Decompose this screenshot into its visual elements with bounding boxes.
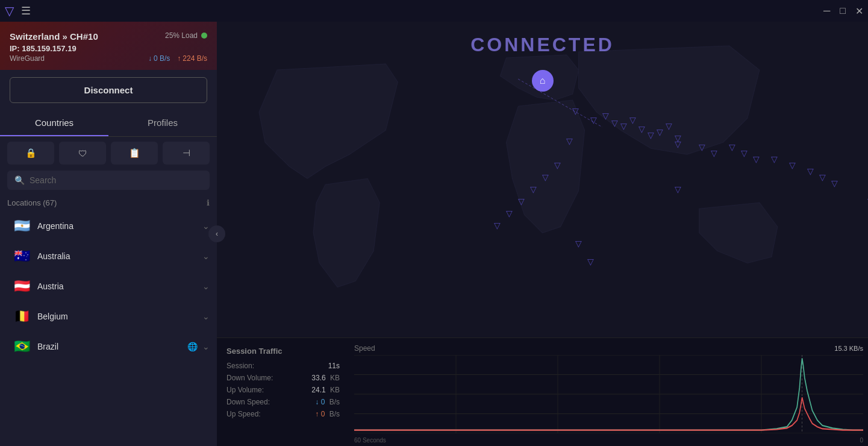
flag-argentina: 🇦🇷 (12, 218, 31, 234)
flag-australia: 🇦🇺 (12, 248, 31, 264)
proton-logo-icon: ▽ (5, 4, 14, 18)
vpn-marker-6: ▽ (629, 115, 636, 125)
main-content: Switzerland » CH#10 IP: 185.159.157.19 W… (0, 22, 868, 446)
chevron-down-icon-brazil[interactable]: ⌄ (202, 342, 210, 351)
locations-count: Locations (67) (7, 198, 57, 207)
down-speed-label: Down Speed: (226, 398, 270, 406)
vpn-marker-31: ▽ (575, 239, 582, 248)
download-speed: ↓ 0 B/s (148, 54, 170, 63)
search-input[interactable] (30, 175, 202, 185)
vpn-marker-8: ▽ (648, 130, 654, 140)
country-name-brazil: Brazil (37, 342, 181, 351)
disconnect-button[interactable]: Disconnect (10, 77, 207, 103)
lock-icon: 🔒 (25, 148, 37, 159)
speed-chart (354, 355, 863, 433)
vpn-marker-22: ▽ (831, 178, 838, 188)
filter-bar: 🔒 🛡 📋 ⊣ (0, 142, 217, 171)
session-value: 11s (328, 362, 340, 370)
vpn-marker-23: ▽ (566, 136, 573, 146)
info-icon[interactable]: ℹ (207, 198, 210, 207)
locations-header: Locations (67) ℹ (0, 196, 217, 211)
vpn-marker-32: ▽ (587, 257, 594, 266)
sidebar: Switzerland » CH#10 IP: 185.159.157.19 W… (0, 22, 217, 446)
load-indicator (201, 33, 207, 39)
minimize-button[interactable]: ─ (823, 5, 830, 16)
country-actions-australia: ⌄ (202, 251, 210, 261)
ip-label: IP: (10, 44, 20, 53)
vpn-marker-18: ▽ (771, 154, 778, 164)
vpn-marker-25: ▽ (542, 172, 549, 182)
vpn-marker-30: ▽ (675, 184, 681, 194)
chevron-down-icon-argentina[interactable]: ⌄ (202, 221, 210, 231)
chevron-down-icon-austria[interactable]: ⌄ (202, 281, 210, 291)
stat-row-session: Session: 11s (226, 362, 340, 370)
menu-icon[interactable]: ☰ (21, 4, 31, 17)
filter-all-button[interactable]: 🔒 (7, 142, 54, 165)
vpn-marker-5: ▽ (620, 121, 627, 131)
maximize-button[interactable]: □ (840, 5, 846, 16)
session-label: Session: (226, 362, 254, 370)
chart-max-value: 15.3 KB/s (834, 345, 863, 352)
speed-label: Speed (354, 344, 375, 353)
right-panel: ‹ ▽ ProtonVPN − + CONNECTED (217, 22, 868, 446)
globe-icon-brazil[interactable]: 🌐 (187, 342, 198, 351)
vpn-marker-13: ▽ (699, 142, 705, 152)
country-actions-belgium: ⌄ (202, 312, 210, 321)
tab-profiles[interactable]: Profiles (108, 110, 217, 136)
vpn-marker-27: ▽ (518, 196, 525, 206)
country-item-argentina[interactable]: 🇦🇷 Argentina ⌄ (7, 211, 214, 241)
country-actions-brazil: 🌐 ⌄ (187, 342, 210, 351)
chart-time-end: 0 (860, 437, 863, 444)
filter-forward-button[interactable]: ⊣ (163, 142, 210, 165)
vpn-marker-2: ▽ (590, 115, 597, 125)
stat-row-down-volume: Down Volume: 33.6 KB (226, 374, 340, 382)
chart-time-start: 60 Seconds (354, 437, 386, 444)
filter-secure-button[interactable]: 🛡 (59, 142, 106, 165)
chart-footer: 60 Seconds 0 (354, 437, 863, 444)
up-value: 224 B/s (183, 54, 207, 63)
connection-header: Switzerland » CH#10 IP: 185.159.157.19 W… (0, 22, 217, 70)
list-icon: 📋 (129, 148, 140, 159)
ip-address: 185.159.157.19 (22, 44, 76, 53)
vpn-marker-28: ▽ (506, 209, 513, 218)
flag-belgium: 🇧🇪 (12, 309, 31, 324)
vpn-marker-26: ▽ (530, 184, 537, 194)
stat-row-down-speed: Down Speed: ↓ 0 B/s (226, 398, 340, 406)
session-traffic: Session Traffic Session: 11s Down Volume… (217, 338, 349, 446)
down-speed-value: ↓ 0 B/s (315, 398, 340, 406)
chevron-down-icon-australia[interactable]: ⌄ (202, 251, 210, 261)
tab-countries[interactable]: Countries (0, 110, 108, 136)
shield-icon: 🛡 (78, 148, 87, 159)
country-item-austria[interactable]: 🇦🇹 Austria ⌄ (7, 271, 214, 301)
country-actions-austria: ⌄ (202, 281, 210, 291)
country-item-belgium[interactable]: 🇧🇪 Belgium ⌄ (7, 301, 214, 331)
filter-list-button[interactable]: 📋 (111, 142, 158, 165)
vpn-marker-29: ▽ (494, 221, 501, 230)
load-label: 25% Load (165, 31, 198, 40)
flag-brazil: 🇧🇷 (12, 339, 31, 354)
titlebar-left: ▽ ☰ (5, 4, 31, 18)
vpn-marker-7: ▽ (639, 124, 645, 134)
vpn-marker-20: ▽ (807, 166, 814, 176)
down-volume-value: 33.6 KB (311, 374, 340, 382)
vpn-marker-4: ▽ (611, 118, 618, 128)
close-button[interactable]: ✕ (855, 5, 863, 17)
country-item-australia[interactable]: 🇦🇺 Australia ⌄ (7, 241, 214, 271)
down-speed-arrow: ↓ (315, 398, 319, 406)
vpn-marker-24: ▽ (554, 160, 561, 170)
vpn-marker-15: ▽ (729, 142, 735, 152)
down-arrow: ↓ (148, 54, 152, 63)
up-volume-label: Up Volume: (226, 386, 264, 394)
country-name-australia: Australia (37, 251, 196, 261)
country-item-brazil[interactable]: 🇧🇷 Brazil 🌐 ⌄ (7, 331, 214, 362)
collapse-sidebar-button[interactable]: ‹ (208, 225, 225, 242)
country-list: 🇦🇷 Argentina ⌄ 🇦🇺 Australia ⌄ 🇦🇹 Austria (0, 211, 217, 446)
country-name-belgium: Belgium (37, 312, 196, 321)
vpn-marker-21: ▽ (819, 172, 826, 182)
connection-load: 25% Load (165, 31, 207, 40)
chevron-down-icon-belgium[interactable]: ⌄ (202, 312, 210, 321)
vpn-marker-19: ▽ (789, 160, 796, 170)
stats-panel: Session Traffic Session: 11s Down Volume… (217, 338, 868, 446)
upload-speed: ↑ 224 B/s (177, 54, 207, 63)
stat-row-up-volume: Up Volume: 24.1 KB (226, 386, 340, 394)
